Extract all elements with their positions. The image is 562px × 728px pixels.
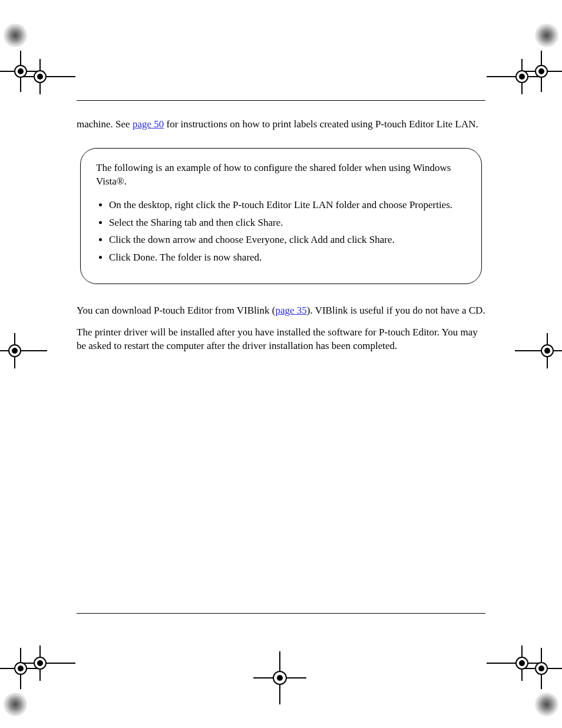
download-suffix: ). VIBlink is useful if you do not have … <box>307 305 485 316</box>
bottom-rule <box>77 613 485 614</box>
step-text: Select the Sharing tab and then click Sh… <box>109 217 283 228</box>
callout-step: On the desktop, right click the P-touch … <box>109 198 466 212</box>
svg-point-7 <box>37 74 43 80</box>
intro-text-suffix: for instructions on how to <box>164 118 270 130</box>
top-rule <box>77 100 485 101</box>
download-prefix: You can download P-touch Editor from VIB… <box>77 305 275 316</box>
example-callout: The following is an example of how to co… <box>80 148 482 284</box>
svg-point-19 <box>12 348 18 354</box>
page-link-35[interactable]: page 35 <box>275 305 306 316</box>
svg-point-43 <box>519 660 525 666</box>
crop-mark-icon <box>487 59 540 94</box>
page-link-50[interactable]: page 50 <box>133 118 164 130</box>
intro-paragraph: machine. See page 50 for instructions on… <box>77 118 485 131</box>
callout-step: Select the Sharing tab and then click Sh… <box>109 216 466 230</box>
driver-paragraph: The printer driver will be installed aft… <box>77 326 485 353</box>
page-content-area: machine. See page 50 for instructions on… <box>77 0 485 728</box>
callout-step: Click Done. The folder is now shared. <box>109 251 466 265</box>
intro-line2: print labels created using P-touch Edito… <box>272 118 478 130</box>
step-text: On the desktop, right click the P-touch … <box>109 199 452 210</box>
crop-mark-icon <box>22 59 75 94</box>
crop-mark-icon <box>487 645 540 681</box>
body-content: machine. See page 50 for instructions on… <box>77 118 485 361</box>
crop-mark-icon <box>515 333 562 368</box>
callout-step: Click the down arrow and choose Everyone… <box>109 233 466 247</box>
callout-steps: On the desktop, right click the P-touch … <box>96 198 466 265</box>
crop-mark-icon <box>253 651 306 704</box>
intro-text-prefix: machine. See <box>77 118 133 130</box>
svg-point-23 <box>544 348 550 354</box>
svg-point-27 <box>277 675 283 681</box>
callout-intro: The following is an example of how to co… <box>96 162 466 189</box>
svg-point-15 <box>519 74 525 80</box>
svg-point-35 <box>37 660 43 666</box>
crop-mark-icon <box>0 333 47 368</box>
step-text: Click Done. The folder is now shared. <box>109 252 262 263</box>
crop-mark-icon <box>22 645 75 681</box>
download-paragraph: You can download P-touch Editor from VIB… <box>77 304 485 318</box>
step-text: Click the down arrow and choose Everyone… <box>109 234 395 245</box>
